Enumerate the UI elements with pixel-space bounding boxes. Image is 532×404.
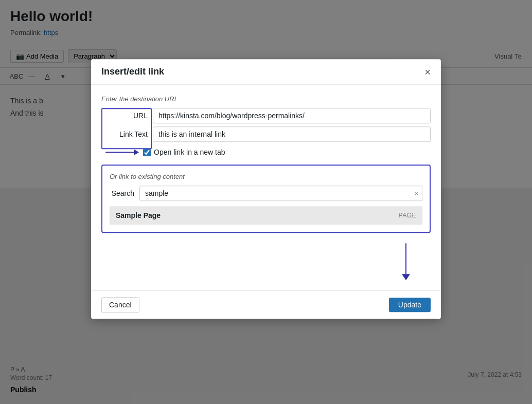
existing-content-section: Or link to existing content Search × Sam… xyxy=(101,164,431,233)
down-arrow-line xyxy=(405,243,406,274)
new-tab-label[interactable]: Open link in a new tab xyxy=(143,148,225,156)
modal-close-button[interactable]: × xyxy=(424,67,431,77)
search-label: Search xyxy=(110,189,139,197)
existing-section-hint: Or link to existing content xyxy=(110,173,422,180)
modal-footer: Cancel Update xyxy=(91,290,441,319)
new-tab-text: Open link in a new tab xyxy=(154,148,225,156)
down-arrow xyxy=(402,243,410,280)
search-row: Search × xyxy=(110,186,422,201)
new-tab-checkbox[interactable] xyxy=(143,149,151,156)
link-text-input[interactable] xyxy=(153,126,431,142)
arrow-line xyxy=(105,152,134,153)
result-name: Sample Page xyxy=(116,211,161,219)
modal-header: Insert/edit link × xyxy=(91,59,441,85)
modal-body: Enter the destination URL URL Link Text xyxy=(91,85,441,290)
down-arrow-container xyxy=(101,243,431,280)
url-input[interactable] xyxy=(153,108,431,123)
link-text-label: Link Text xyxy=(101,130,153,138)
horizontal-arrow xyxy=(105,149,139,155)
update-button[interactable]: Update xyxy=(389,298,431,312)
insert-edit-link-modal: Insert/edit link × Enter the destination… xyxy=(91,59,441,319)
search-input-wrapper: × xyxy=(139,186,422,201)
modal-title: Insert/edit link xyxy=(101,66,164,77)
url-row: URL xyxy=(101,108,431,123)
result-type: PAGE xyxy=(399,212,416,219)
table-row[interactable]: Sample Page PAGE xyxy=(110,206,422,225)
cancel-button[interactable]: Cancel xyxy=(101,297,139,313)
url-label: URL xyxy=(101,112,153,120)
search-clear-button[interactable]: × xyxy=(414,190,418,197)
url-section-hint: Enter the destination URL xyxy=(101,95,431,103)
search-input[interactable] xyxy=(139,186,422,201)
search-results: Sample Page PAGE xyxy=(110,206,422,225)
url-linktext-section: URL Link Text xyxy=(101,108,431,142)
new-tab-row: Open link in a new tab xyxy=(101,148,431,156)
arrow-head xyxy=(134,149,139,155)
down-arrow-head xyxy=(402,274,410,280)
link-text-row: Link Text xyxy=(101,126,431,142)
